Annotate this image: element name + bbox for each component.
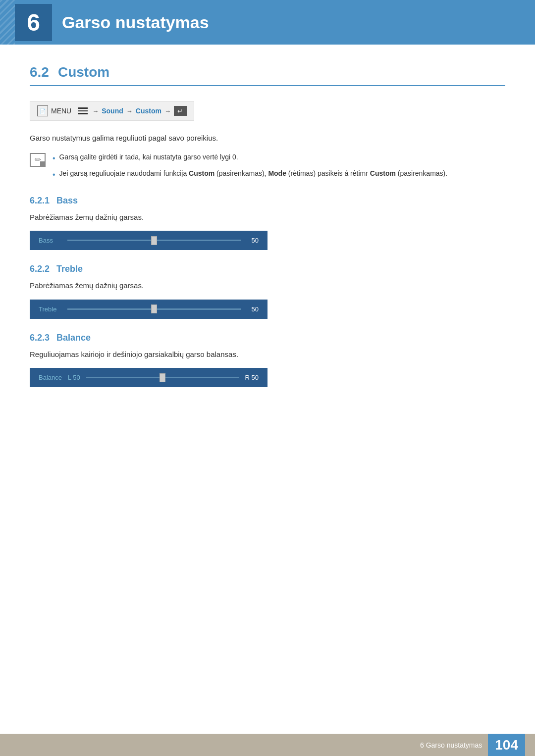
chapter-title: Garso nustatymas xyxy=(62,13,209,32)
subsection-title-treble: Treble xyxy=(56,264,83,274)
intro-text: Garso nustatymus galima reguliuoti pagal… xyxy=(30,133,505,144)
footer-page-number: 104 xyxy=(488,734,525,756)
bass-slider-label: Bass xyxy=(39,237,61,244)
treble-slider-value: 50 xyxy=(247,305,259,313)
subsection-title-bass: Bass xyxy=(56,196,78,206)
note-box: ✏ • Garsą galite girdėti ir tada, kai nu… xyxy=(30,152,505,181)
nav-breadcrumb: 📄 MENU → Sound → Custom → ↵ xyxy=(30,101,194,121)
balance-description: Reguliuojamas kairiojo ir dešiniojo gars… xyxy=(30,349,505,360)
balance-right-label: R 50 xyxy=(245,374,259,381)
menu-icon: 📄 xyxy=(37,105,48,116)
bass-slider-widget: Bass 50 xyxy=(30,231,268,250)
treble-description: Pabrėžiamas žemų dažnių garsas. xyxy=(30,280,505,292)
section-number: 6.2 xyxy=(30,64,49,80)
balance-slider-label: Balance xyxy=(39,374,62,381)
note-item-2: • Jei garsą reguliuojate naudodami funkc… xyxy=(53,168,447,181)
treble-slider-label: Treble xyxy=(39,305,61,313)
main-content: 6.2 Custom 📄 MENU → Sound → Custom → ↵ G… xyxy=(0,45,535,432)
treble-slider-widget: Treble 50 xyxy=(30,300,268,319)
enter-icon: ↵ xyxy=(174,106,187,116)
subsection-title-balance: Balance xyxy=(56,333,91,343)
note-pencil-icon: ✏ xyxy=(30,153,46,167)
subsection-heading-balance: 6.2.3 Balance xyxy=(30,333,505,343)
balance-slider-track[interactable] xyxy=(86,377,239,378)
note-text-1: Garsą galite girdėti ir tada, kai nustat… xyxy=(59,152,238,162)
subsection-heading-treble: 6.2.2 Treble xyxy=(30,264,505,274)
nav-sound: Sound xyxy=(102,107,123,115)
page-footer: 6 Garso nustatymas 104 xyxy=(0,734,535,756)
nav-arrow-1: → xyxy=(92,107,99,115)
note-item-1: • Garsą galite girdėti ir tada, kai nust… xyxy=(53,152,447,164)
page-header: 6 Garso nustatymas xyxy=(0,0,535,45)
balance-slider-widget: Balance L 50 R 50 xyxy=(30,368,268,387)
subsection-heading-bass: 6.2.1 Bass xyxy=(30,196,505,206)
section-title: Custom xyxy=(58,64,109,80)
nav-menu-label: MENU xyxy=(51,107,71,115)
footer-text: 6 Garso nustatymas xyxy=(420,741,482,749)
bass-slider-value: 50 xyxy=(247,237,259,244)
subsection-num-balance: 6.2.3 xyxy=(30,333,50,343)
chapter-number: 6 xyxy=(15,4,52,41)
nav-arrow-3: → xyxy=(164,107,171,115)
note-content: • Garsą galite girdėti ir tada, kai nust… xyxy=(53,152,447,181)
subsection-num-bass: 6.2.1 xyxy=(30,196,50,206)
bass-description: Pabrėžiamas žemų dažnių garsas. xyxy=(30,212,505,223)
subsection-num-treble: 6.2.2 xyxy=(30,264,50,274)
note-text-2: Jei garsą reguliuojate naudodami funkcij… xyxy=(59,168,448,179)
nav-menu-bars-icon xyxy=(76,106,89,116)
bullet-1: • xyxy=(53,152,55,164)
bullet-2: • xyxy=(53,169,55,181)
treble-slider-track[interactable] xyxy=(67,308,241,310)
nav-custom: Custom xyxy=(136,107,161,115)
balance-left-label: L 50 xyxy=(68,374,80,381)
stripe-decoration xyxy=(0,0,15,45)
section-heading: 6.2 Custom xyxy=(30,64,505,86)
nav-arrow-2: → xyxy=(126,107,133,115)
bass-slider-track[interactable] xyxy=(67,240,241,241)
